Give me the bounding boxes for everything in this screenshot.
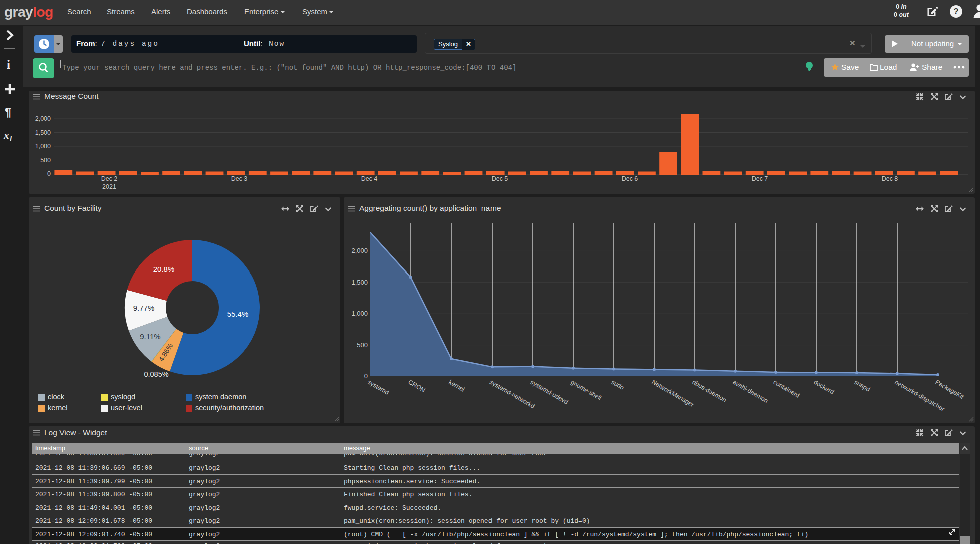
svg-text:systemd: systemd [367, 378, 390, 396]
svg-text:kernel: kernel [448, 378, 466, 393]
svg-text:1,000: 1,000 [351, 310, 368, 317]
svg-text:1,500: 1,500 [35, 129, 51, 136]
svg-text:1,000: 1,000 [35, 143, 51, 150]
svg-text:2,000: 2,000 [351, 247, 368, 254]
svg-text:2021: 2021 [102, 183, 116, 190]
svg-text:500: 500 [40, 157, 51, 164]
svg-text:Dec 4: Dec 4 [361, 175, 378, 182]
svg-text:55.4%: 55.4% [227, 310, 249, 318]
svg-text:snapd: snapd [853, 378, 872, 393]
svg-text:Dec 3: Dec 3 [231, 175, 248, 182]
svg-text:0.085%: 0.085% [144, 370, 168, 378]
svg-text:Dec 2: Dec 2 [101, 175, 118, 182]
svg-text:9.11%: 9.11% [140, 332, 160, 341]
svg-text:NetworkManager: NetworkManager [651, 378, 695, 408]
svg-text:containerd: containerd [772, 378, 801, 399]
svg-text:Dec 8: Dec 8 [882, 175, 898, 182]
svg-text:gnome-shell: gnome-shell [570, 378, 603, 401]
svg-text:1,500: 1,500 [351, 279, 368, 286]
svg-text:CRON: CRON [407, 378, 427, 394]
svg-text:0: 0 [364, 372, 368, 380]
svg-text:systemd-networkd: systemd-networkd [488, 378, 536, 410]
svg-text:Dec 7: Dec 7 [752, 175, 768, 182]
svg-text:500: 500 [357, 341, 368, 349]
svg-text:2,000: 2,000 [35, 115, 51, 122]
svg-text:9.77%: 9.77% [133, 304, 155, 312]
svg-text:0: 0 [47, 170, 51, 177]
svg-text:sudo: sudo [610, 378, 626, 391]
svg-text:dbus-daemon: dbus-daemon [691, 378, 728, 403]
svg-text:PackageKit: PackageKit [934, 378, 965, 400]
svg-text:avahi-daemon: avahi-daemon [732, 378, 770, 404]
svg-text:Dec 5: Dec 5 [492, 175, 508, 182]
svg-text:20.8%: 20.8% [153, 265, 175, 274]
svg-text:Dec 6: Dec 6 [622, 175, 638, 182]
svg-text:systemd-udevd: systemd-udevd [529, 378, 569, 406]
svg-text:dockerd: dockerd [813, 378, 836, 395]
